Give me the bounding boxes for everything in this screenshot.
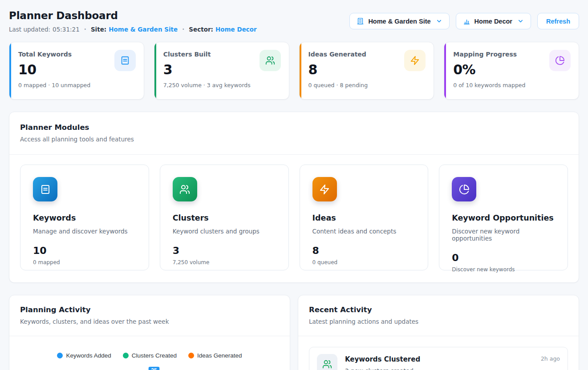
section-title: Recent Activity [309, 306, 568, 314]
header-left: Planner Dashboard Last updated: 05:31:21… [9, 10, 257, 33]
site-selector-dropdown[interactable]: Home & Garden Site [349, 13, 449, 29]
refresh-button[interactable]: Refresh [537, 13, 579, 29]
page-title: Planner Dashboard [9, 10, 257, 21]
module-value: 8 [312, 245, 416, 256]
lightning-bolt-icon [312, 177, 337, 201]
recent-activity-header: Recent Activity Latest planning actions … [298, 295, 579, 336]
sector-selector-label: Home Decor [474, 18, 512, 25]
module-subtext: 0 mapped [33, 259, 136, 265]
legend-item-ideas-generated: Ideas Generated [188, 352, 242, 359]
stat-card-total-keywords: Total Keywords 10 0 mapped · 10 unmapped [9, 42, 144, 100]
module-value: 10 [33, 245, 136, 256]
module-title: Ideas [312, 213, 416, 222]
last-updated-value: 05:31:21 [53, 26, 80, 33]
site-label: Site: [91, 26, 106, 33]
last-updated-label: Last updated: [9, 26, 50, 33]
chart-legend: Keywords Added Clusters Created Ideas Ge… [9, 352, 290, 359]
pie-chart-icon [549, 50, 571, 71]
meta-separator: · [84, 26, 86, 33]
divider [9, 336, 290, 336]
site-selector-label: Home & Garden Site [368, 18, 430, 25]
stat-card-mapping-progress: Mapping Progress 0% 0 of 10 keywords map… [444, 42, 579, 100]
module-description: Content ideas and concepts [312, 228, 416, 235]
section-title: Planner Modules [20, 123, 568, 132]
chevron-down-icon [517, 18, 524, 24]
module-subtext: 0 queued [312, 259, 416, 265]
activity-line-chart: 25 25 24 [9, 359, 290, 370]
planning-activity-header: Planning Activity Keywords, clusters, an… [9, 295, 290, 336]
chart-canvas: 25 24 [9, 359, 290, 370]
modules-grid: Keywords Manage and discover keywords 10… [9, 155, 579, 282]
module-title: Keyword Opportunities [452, 213, 555, 222]
module-card-ideas[interactable]: Ideas Content ideas and concepts 8 0 que… [300, 165, 429, 270]
activity-item-keywords-clustered: Keywords Clustered 2h ago 3 new clusters… [309, 347, 568, 370]
users-icon [173, 177, 197, 201]
planner-dashboard-page: Planner Dashboard Last updated: 05:31:21… [0, 0, 588, 370]
header-controls: Home & Garden Site Home Decor Refresh [349, 13, 579, 29]
activity-title: Keywords Clustered [345, 355, 420, 363]
section-title: Planning Activity [20, 306, 279, 314]
module-value: 0 [452, 252, 555, 263]
page-header: Planner Dashboard Last updated: 05:31:21… [9, 0, 579, 33]
bottom-row: Planning Activity Keywords, clusters, an… [9, 295, 579, 370]
planning-activity-card: Planning Activity Keywords, clusters, an… [9, 295, 290, 370]
section-subtitle: Keywords, clusters, and ideas over the p… [20, 318, 279, 325]
legend-item-keywords-added: Keywords Added [57, 352, 111, 359]
activity-timestamp: 2h ago [541, 355, 560, 362]
module-title: Clusters [173, 213, 276, 222]
users-icon [260, 50, 281, 71]
site-link[interactable]: Home & Garden Site [109, 26, 178, 33]
module-description: Discover new keyword opportunities [452, 228, 555, 242]
document-icon [33, 177, 57, 201]
module-card-keywords[interactable]: Keywords Manage and discover keywords 10… [20, 165, 149, 270]
module-title: Keywords [33, 213, 136, 222]
module-description: Keyword clusters and groups [173, 228, 276, 235]
section-subtitle: Latest planning actions and updates [309, 318, 568, 325]
module-card-keyword-opportunities[interactable]: Keyword Opportunities Discover new keywo… [439, 165, 568, 270]
sector-selector-dropdown[interactable]: Home Decor [456, 13, 531, 29]
lightning-bolt-icon [404, 50, 426, 71]
stat-card-ideas-generated: Ideas Generated 8 0 queued · 8 pending [299, 42, 434, 100]
stat-subtext: 0 of 10 keywords mapped [453, 82, 570, 88]
building-icon [357, 17, 364, 25]
header-meta: Last updated: 05:31:21 · Site: Home & Ga… [9, 26, 257, 33]
legend-dot-icon [188, 353, 194, 358]
module-subtext: Discover new keywords [452, 266, 555, 273]
section-subtitle: Access all planning tools and features [20, 136, 568, 143]
legend-label: Clusters Created [132, 352, 177, 359]
module-value: 3 [173, 245, 276, 256]
legend-label: Keywords Added [66, 352, 111, 359]
legend-item-clusters-created: Clusters Created [123, 352, 177, 359]
users-icon [317, 354, 337, 370]
module-subtext: 7,250 volume [173, 259, 276, 265]
point-label-25: 25 [148, 366, 160, 370]
planner-modules-header: Planner Modules Access all planning tool… [9, 112, 579, 154]
legend-dot-icon [123, 353, 129, 358]
sector-link[interactable]: Home Decor [215, 26, 257, 33]
recent-activity-card: Recent Activity Latest planning actions … [298, 295, 579, 370]
module-description: Manage and discover keywords [33, 228, 136, 235]
stats-row: Total Keywords 10 0 mapped · 10 unmapped… [9, 42, 579, 100]
module-card-clusters[interactable]: Clusters Keyword clusters and groups 3 7… [160, 165, 289, 270]
sector-label: Sector: [189, 26, 213, 33]
meta-separator: · [182, 26, 184, 33]
legend-dot-icon [57, 353, 63, 358]
stat-subtext: 0 queued · 8 pending [308, 82, 425, 88]
legend-label: Ideas Generated [197, 352, 242, 359]
stat-subtext: 7,250 volume · 3 avg keywords [163, 82, 280, 88]
activity-list: Keywords Clustered 2h ago 3 new clusters… [298, 336, 579, 370]
chevron-down-icon [436, 18, 442, 24]
svg-text:25: 25 [151, 367, 157, 370]
stat-card-clusters-built: Clusters Built 3 7,250 volume · 3 avg ke… [154, 42, 289, 100]
activity-description: 3 new clusters created [345, 367, 560, 370]
pie-chart-icon [452, 177, 476, 201]
document-icon [114, 50, 136, 71]
activity-item-body: Keywords Clustered 2h ago 3 new clusters… [345, 354, 560, 370]
bar-chart-icon [463, 17, 470, 25]
planner-modules-panel: Planner Modules Access all planning tool… [9, 112, 579, 283]
stat-subtext: 0 mapped · 10 unmapped [18, 82, 135, 88]
